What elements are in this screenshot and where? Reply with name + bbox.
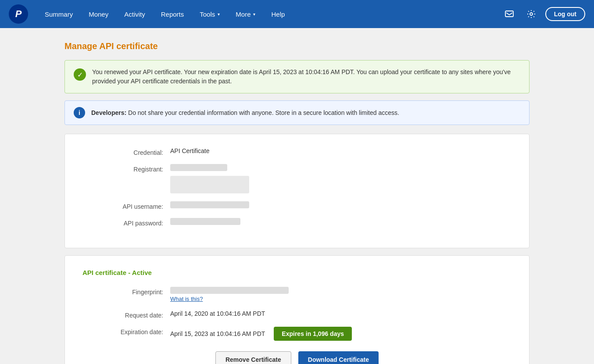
nav-summary[interactable]: Summary bbox=[37, 0, 81, 28]
header-right: Log out bbox=[501, 6, 585, 22]
nav-reports[interactable]: Reports bbox=[153, 0, 192, 28]
info-alert: i Developers: Do not share your credenti… bbox=[64, 100, 530, 125]
logout-button[interactable]: Log out bbox=[545, 7, 585, 21]
api-password-row: API password: bbox=[82, 218, 512, 227]
download-certificate-button[interactable]: Download Certificate bbox=[298, 351, 379, 364]
tools-chevron-icon: ▾ bbox=[218, 12, 220, 17]
nav-activity[interactable]: Activity bbox=[116, 0, 153, 28]
settings-icon[interactable] bbox=[523, 6, 539, 22]
nav-more[interactable]: More ▾ bbox=[228, 0, 263, 28]
fingerprint-label: Fingerprint: bbox=[82, 287, 170, 296]
expiration-row: April 15, 2023 at 10:04:16 AM PDT Expire… bbox=[170, 327, 352, 341]
logo-text: P bbox=[15, 8, 22, 20]
main-header: P Summary Money Activity Reports Tools ▾… bbox=[0, 0, 594, 28]
api-password-label: API password: bbox=[82, 218, 170, 227]
info-icon: i bbox=[74, 107, 85, 118]
paypal-logo: P bbox=[9, 4, 28, 24]
expires-badge: Expires in 1,096 days bbox=[274, 327, 352, 341]
svg-point-1 bbox=[530, 13, 533, 15]
info-label: Developers: bbox=[91, 109, 126, 116]
api-username-value bbox=[170, 201, 249, 210]
success-icon: ✓ bbox=[74, 68, 86, 81]
info-text: Developers: Do not share your credential… bbox=[91, 108, 399, 118]
nav-tools[interactable]: Tools ▾ bbox=[192, 0, 228, 28]
expiration-date-label: Expiration date: bbox=[82, 327, 170, 335]
page-title: Manage API certificate bbox=[64, 41, 530, 51]
request-date-row: Request date: April 14, 2020 at 10:04:16… bbox=[82, 310, 512, 319]
fingerprint-row: Fingerprint: What is this? bbox=[82, 287, 512, 302]
svg-rect-0 bbox=[505, 11, 513, 17]
credential-label: Credential: bbox=[82, 147, 170, 156]
main-nav: Summary Money Activity Reports Tools ▾ M… bbox=[37, 0, 501, 28]
registrant-label: Registrant: bbox=[82, 164, 170, 173]
registrant-value bbox=[170, 164, 249, 193]
expiration-date-value: April 15, 2023 at 10:04:16 AM PDT bbox=[170, 330, 265, 337]
success-alert: ✓ You renewed your API certificate. Your… bbox=[64, 60, 530, 93]
success-message: You renewed your API certificate. Your n… bbox=[92, 68, 520, 86]
more-chevron-icon: ▾ bbox=[253, 12, 255, 17]
nav-money[interactable]: Money bbox=[81, 0, 116, 28]
page-wrapper: Manage API certificate ✓ You renewed you… bbox=[56, 28, 538, 364]
info-message: Do not share your credential information… bbox=[128, 109, 399, 116]
button-row: Remove Certificate Download Certificate bbox=[82, 351, 512, 364]
registrant-row: Registrant: bbox=[82, 164, 512, 193]
credential-row: Credential: API Certificate bbox=[82, 147, 512, 156]
message-icon[interactable] bbox=[501, 6, 517, 22]
api-username-label: API username: bbox=[82, 201, 170, 210]
certificate-card: API certificate - Active Fingerprint: Wh… bbox=[64, 255, 530, 364]
api-password-value bbox=[170, 218, 240, 226]
request-date-label: Request date: bbox=[82, 310, 170, 319]
request-date-value: April 14, 2020 at 10:04:16 AM PDT bbox=[170, 310, 265, 317]
cert-status: Active bbox=[132, 269, 152, 276]
credential-value: API Certificate bbox=[170, 147, 209, 154]
credentials-card: Credential: API Certificate Registrant: … bbox=[64, 134, 530, 248]
api-username-row: API username: bbox=[82, 201, 512, 210]
expiration-date-row: Expiration date: April 15, 2023 at 10:04… bbox=[82, 327, 512, 341]
fingerprint-value: What is this? bbox=[170, 287, 289, 302]
what-is-this-link[interactable]: What is this? bbox=[170, 296, 203, 302]
remove-certificate-button[interactable]: Remove Certificate bbox=[215, 351, 291, 364]
nav-help[interactable]: Help bbox=[263, 0, 293, 28]
cert-title: API certificate - Active bbox=[82, 269, 512, 276]
